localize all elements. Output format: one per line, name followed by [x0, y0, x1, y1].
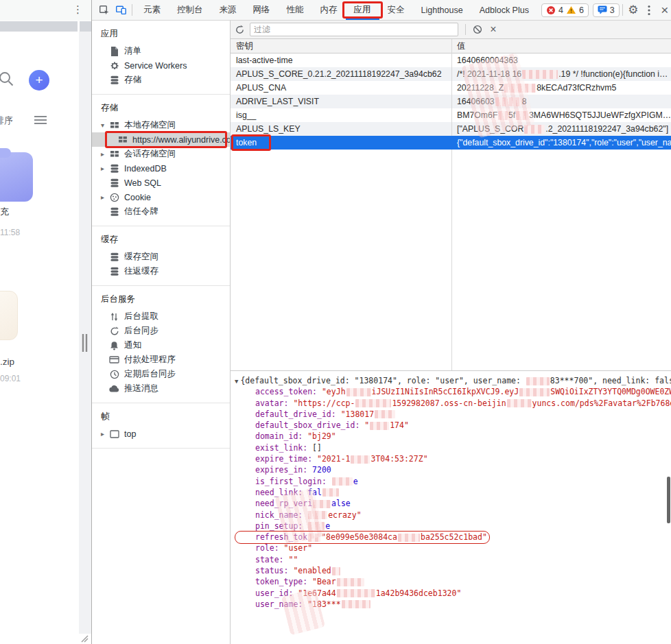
screenshot-root: ⋮ + 排序 充 11:58 .zip 09:01 元素控制台来源网络性能内存应… [0, 0, 671, 644]
redaction-mosaic [498, 111, 508, 120]
sidebar-item-service-workers[interactable]: Service Workers [92, 58, 230, 73]
sidebar-item-notifications[interactable]: 通知 [92, 338, 230, 353]
tab-application[interactable]: 应用 [346, 0, 379, 20]
sidebar-item-indexeddb[interactable]: ▸IndexedDB [92, 161, 230, 176]
tree-collapsed-icon[interactable]: ▸ [101, 150, 109, 158]
sidebar-section: 帧▸top [92, 403, 230, 449]
sidebar-item-web-sql[interactable]: Web SQL [92, 176, 230, 190]
value-cell: /*! 2021-11-18 16.19 */ !function(e){fun… [451, 67, 671, 81]
value-text: 5f [508, 110, 515, 120]
storage-row-token[interactable]: token{"default_sbox_drive_id":"1380174",… [231, 136, 671, 150]
document-icon [109, 47, 119, 56]
sidebar-item-storage[interactable]: 存储 [92, 73, 230, 87]
storage-row-APLUS_LS_KEY[interactable]: APLUS_LS_KEY["APLUS_S_COR.2_202111181922… [231, 122, 671, 136]
sort-label[interactable]: 排序 [0, 115, 13, 127]
value-text: .2_20211118192247_3a94cb62"] [545, 124, 668, 134]
settings-gear-icon[interactable]: ⚙ [626, 3, 641, 17]
value-column-header[interactable]: 值 [451, 40, 465, 52]
tab-console[interactable]: 控制台 [169, 0, 211, 20]
value-cell: {"default_sbox_drive_id":"1380174","role… [451, 136, 671, 150]
key-text: last-active-time [236, 56, 293, 65]
issues-badge[interactable]: 3 [593, 3, 620, 17]
sidebar-item-back-forward-cache[interactable]: 往返缓存 [92, 264, 230, 278]
storage-row-ADRIVE_LAST_VISIT[interactable]: ADRIVE_LAST_VISIT164066038 [231, 95, 671, 108]
add-button[interactable]: + [29, 70, 49, 91]
storage-row-APLUS_CNA[interactable]: APLUS_CNA20211228_Z8kECAd73fCRzhvm5 [231, 81, 671, 95]
tab-memory[interactable]: 内存 [312, 0, 346, 20]
sidebar-item-label: IndexedDB [124, 164, 230, 174]
key-column-header[interactable]: 密钥 [231, 40, 451, 52]
list-view-icon[interactable] [34, 115, 47, 125]
tab-label: 安全 [388, 4, 405, 16]
sidebar-item-background-sync[interactable]: 后台同步 [92, 324, 230, 338]
value-text: 20211228_Z [457, 83, 504, 93]
preview-text-segment: status: [255, 566, 293, 575]
toggle-device-toolbar-button[interactable] [113, 2, 129, 19]
resize-corner-icon[interactable] [80, 634, 89, 643]
preview-text-segment: "enabled [293, 566, 331, 575]
preview-prop-is_first_login: is_first_login: e [235, 476, 671, 487]
console-errors-warnings-badge[interactable]: 4 6 [541, 3, 589, 17]
inspect-element-button[interactable] [96, 2, 113, 19]
sidebar-item-trust-tokens[interactable]: 信任令牌 [92, 204, 230, 219]
sidebar-item-push-messaging[interactable]: 推送消息 [92, 381, 230, 396]
sidebar-item-cookies[interactable]: ▸Cookie [92, 190, 230, 204]
drag-handle-icon[interactable] [82, 333, 88, 353]
tab-elements[interactable]: 元素 [135, 0, 169, 20]
redaction-mosaic [308, 534, 320, 542]
file-name-partial: 充 [0, 206, 9, 218]
redaction-mosaic [370, 422, 389, 430]
devtools-menu-button[interactable] [641, 2, 657, 19]
sidebar-item-periodic-background-sync[interactable]: 定期后台同步 [92, 367, 230, 381]
expand-arrow-icon[interactable]: ▼ [235, 378, 238, 385]
redaction-mosaic [519, 388, 550, 396]
tab-network[interactable]: 网络 [245, 0, 279, 20]
tab-adblock-plus[interactable]: Adblock Plus [471, 0, 537, 20]
storage-row-isg__[interactable]: isg__BM7Om6F5f3MA6WH6SQT5JJUeWFzfgXPIGM… [231, 108, 671, 122]
grid-icon [109, 150, 119, 158]
search-icon[interactable] [0, 71, 14, 87]
preview-text-segment: "https://ccp- [293, 398, 355, 408]
sidebar-item-local-storage-aliyundrive[interactable]: https://www.aliyundrive.com [92, 132, 230, 147]
filter-input[interactable] [250, 23, 458, 36]
storage-row-last-active-time[interactable]: last-active-time1640660004363 [231, 53, 671, 67]
storage-row-APLUS_S_CORE_0.21.2_20211118192247_3a94cb62[interactable]: APLUS_S_CORE_0.21.2_20211118192247_3a94c… [231, 67, 671, 81]
preview-prop-token_type: token_type: "Bear [235, 576, 671, 587]
redaction-mosaic [332, 477, 353, 486]
page-behind-strip: ⋮ + 排序 充 11:58 .zip 09:01 [0, 0, 91, 644]
tree-collapsed-icon[interactable]: ▸ [101, 165, 109, 172]
sidebar-section-title: 帧 [92, 405, 230, 427]
file-doc-icon[interactable] [0, 291, 18, 340]
close-devtools-icon[interactable]: × [657, 3, 671, 18]
database-icon [109, 164, 119, 174]
sidebar-section: 应用清单Service Workers存储 [92, 21, 230, 95]
tab-performance[interactable]: 性能 [279, 0, 312, 20]
redaction-mosaic [322, 488, 339, 497]
tab-label: 应用 [354, 4, 371, 16]
preview-text-segment: user_name: [255, 599, 307, 609]
scrollbar-thumb[interactable] [667, 477, 670, 523]
sidebar-item-background-fetch[interactable]: 后台提取 [92, 309, 230, 324]
more-vertical-icon[interactable]: ⋮ [73, 3, 83, 16]
preview-text-segment: "" [288, 555, 298, 564]
tree-expanded-icon[interactable]: ▾ [101, 121, 109, 129]
value-text: .19 */ !function(e){function i… [558, 69, 668, 79]
sidebar-item-payment-handler[interactable]: 付款处理程序 [92, 353, 230, 367]
clear-all-icon[interactable] [473, 25, 482, 34]
tab-sources[interactable]: 来源 [211, 0, 245, 20]
devtools-tabbar: 元素控制台来源网络性能内存应用安全LighthouseAdblock Plus … [92, 0, 671, 21]
sidebar-item-session-storage[interactable]: ▸会话存储空间 [92, 147, 230, 161]
tree-collapsed-icon[interactable]: ▸ [101, 430, 109, 438]
preview-text-segment: "Bear [312, 577, 336, 586]
sidebar-item-frame-top[interactable]: ▸top [92, 427, 230, 441]
tab-security[interactable]: 安全 [379, 0, 413, 20]
tab-lighthouse[interactable]: Lighthouse [413, 0, 471, 20]
sidebar-item-manifest[interactable]: 清单 [92, 44, 230, 58]
preview-text-segment: avatar: [255, 398, 293, 408]
sidebar-item-local-storage[interactable]: ▾本地存储空间 [92, 118, 230, 132]
sidebar-item-cache-storage[interactable]: 缓存空间 [92, 250, 230, 264]
folder-icon[interactable] [0, 152, 33, 202]
tree-collapsed-icon[interactable]: ▸ [101, 193, 109, 201]
delete-selected-icon[interactable]: × [487, 23, 499, 36]
refresh-icon[interactable] [235, 25, 245, 35]
